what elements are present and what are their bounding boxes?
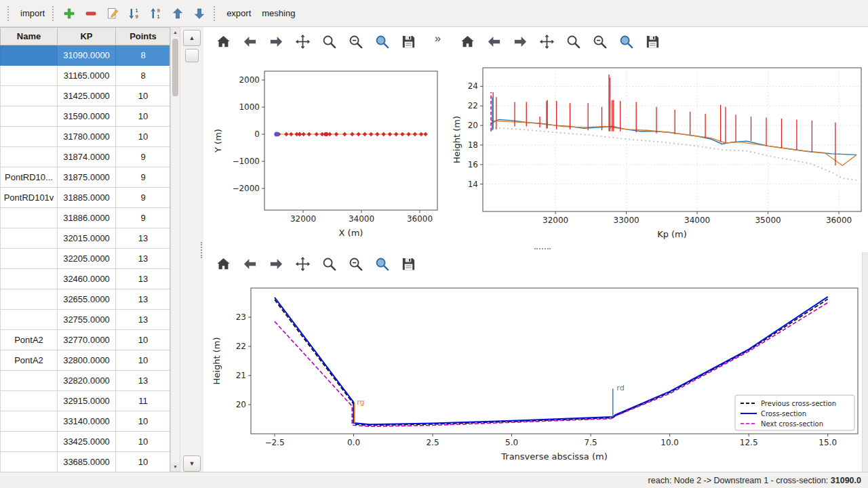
- table-scrollbar[interactable]: ▲ ▼: [170, 27, 180, 472]
- points-cell[interactable]: 10: [116, 411, 171, 432]
- table-row[interactable]: 31886.00009: [1, 208, 171, 228]
- points-cell[interactable]: 13: [116, 249, 171, 269]
- forward-button[interactable]: [264, 252, 288, 275]
- kp-cell[interactable]: 32820.0000: [58, 371, 116, 391]
- table-row[interactable]: 31590.000010: [1, 106, 171, 127]
- kp-cell[interactable]: 32770.0000: [58, 330, 116, 350]
- points-cell[interactable]: 10: [116, 350, 171, 371]
- kp-cell[interactable]: 32800.0000: [58, 350, 116, 371]
- zoom-button[interactable]: [317, 252, 340, 275]
- points-cell[interactable]: 8: [116, 66, 171, 86]
- zoom-button[interactable]: [561, 30, 585, 53]
- points-cell[interactable]: 10: [116, 127, 171, 147]
- table-row[interactable]: PontA232800.000010: [1, 350, 171, 371]
- column-header-points[interactable]: Points: [116, 28, 171, 45]
- name-cell[interactable]: PontA2: [1, 350, 58, 371]
- points-cell[interactable]: 13: [116, 228, 171, 249]
- zoom-full-button[interactable]: [370, 252, 393, 275]
- name-cell[interactable]: [1, 45, 58, 66]
- back-button[interactable]: [238, 30, 261, 53]
- scroll-down-arrow-icon[interactable]: ▼: [171, 462, 180, 471]
- table-row[interactable]: 33425.000010: [1, 432, 171, 452]
- points-cell[interactable]: 13: [116, 371, 171, 391]
- name-cell[interactable]: [1, 391, 58, 411]
- points-cell[interactable]: 11: [116, 391, 171, 411]
- move-down-button[interactable]: [190, 4, 209, 23]
- table-row[interactable]: 33685.000010: [1, 452, 171, 472]
- zoom-out-button[interactable]: [588, 30, 611, 53]
- table-row[interactable]: 31780.000010: [1, 127, 171, 147]
- table-row[interactable]: 32755.000013: [1, 310, 171, 330]
- kp-cell[interactable]: 31090.0000: [58, 45, 116, 66]
- points-cell[interactable]: 10: [116, 452, 171, 472]
- name-cell[interactable]: [1, 411, 58, 432]
- points-cell[interactable]: 10: [116, 106, 171, 127]
- kp-cell[interactable]: 33140.0000: [58, 411, 116, 432]
- table-row[interactable]: 32460.000013: [1, 269, 171, 289]
- points-cell[interactable]: 9: [116, 167, 171, 188]
- name-cell[interactable]: [1, 269, 58, 289]
- kp-cell[interactable]: 31780.0000: [58, 127, 116, 147]
- kp-cell[interactable]: 33685.0000: [58, 452, 116, 472]
- kp-cell[interactable]: 31885.0000: [58, 188, 116, 208]
- table-row[interactable]: 31090.00008: [1, 45, 171, 66]
- forward-button[interactable]: [264, 30, 288, 53]
- add-button[interactable]: [60, 4, 79, 23]
- menu-import[interactable]: import: [15, 5, 50, 22]
- kp-cell[interactable]: 32755.0000: [58, 310, 116, 330]
- name-cell[interactable]: [1, 66, 58, 86]
- table-row[interactable]: 33140.000010: [1, 411, 171, 432]
- horizontal-splitter-handle[interactable]: [534, 248, 551, 251]
- kp-cell[interactable]: 32015.0000: [58, 228, 116, 249]
- scroll-up-arrow-icon[interactable]: ▲: [171, 28, 180, 37]
- kp-cell[interactable]: 32460.0000: [58, 269, 116, 289]
- kp-cell[interactable]: 31165.0000: [58, 66, 116, 86]
- menu-export[interactable]: export: [221, 5, 256, 22]
- edit-button[interactable]: [103, 4, 122, 23]
- name-cell[interactable]: [1, 208, 58, 228]
- toolbar-overflow-button[interactable]: »: [435, 33, 441, 45]
- zoom-button[interactable]: [317, 30, 340, 53]
- table-row[interactable]: PontA232770.000010: [1, 330, 171, 350]
- table-row[interactable]: PontRD101v31885.00009: [1, 188, 171, 208]
- table-row[interactable]: 31425.000010: [1, 86, 171, 106]
- panel-slider-thumb[interactable]: [185, 49, 199, 62]
- name-cell[interactable]: [1, 452, 58, 472]
- kp-cell[interactable]: 32205.0000: [58, 249, 116, 269]
- name-cell[interactable]: PontRD101v: [1, 188, 58, 208]
- name-cell[interactable]: [1, 228, 58, 249]
- back-button[interactable]: [482, 30, 505, 53]
- kp-cell[interactable]: 31875.0000: [58, 167, 116, 188]
- home-button[interactable]: [456, 30, 479, 53]
- panel-scroll-down-button[interactable]: ▼: [183, 455, 201, 472]
- home-button[interactable]: [212, 30, 235, 53]
- remove-button[interactable]: [81, 4, 100, 23]
- zoom-full-button[interactable]: [370, 30, 393, 53]
- save-button[interactable]: [397, 30, 420, 53]
- table-row[interactable]: 32655.000013: [1, 289, 171, 310]
- points-cell[interactable]: 13: [116, 289, 171, 310]
- points-cell[interactable]: 10: [116, 86, 171, 106]
- name-cell[interactable]: [1, 249, 58, 269]
- points-cell[interactable]: 10: [116, 330, 171, 350]
- zoom-out-button[interactable]: [344, 252, 367, 275]
- longitudinal-profile-canvas[interactable]: 3200033000340003500036000141618202224Kp …: [448, 58, 868, 247]
- save-button[interactable]: [641, 30, 664, 53]
- kp-cell[interactable]: 31590.0000: [58, 106, 116, 127]
- zoom-full-button[interactable]: [614, 30, 637, 53]
- name-cell[interactable]: [1, 106, 58, 127]
- toolbar-grip[interactable]: [214, 6, 216, 21]
- name-cell[interactable]: [1, 371, 58, 391]
- bottom-panel-scrollbar-track[interactable]: [862, 252, 868, 472]
- points-cell[interactable]: 9: [116, 147, 171, 167]
- kp-cell[interactable]: 32915.0000: [58, 391, 116, 411]
- toolbar-grip[interactable]: [52, 6, 55, 21]
- points-cell[interactable]: 9: [116, 208, 171, 228]
- kp-cell[interactable]: 32655.0000: [58, 289, 116, 310]
- table-row[interactable]: 31874.00009: [1, 147, 171, 167]
- points-cell[interactable]: 10: [116, 432, 171, 452]
- kp-cell[interactable]: 31425.0000: [58, 86, 116, 106]
- kp-cell[interactable]: 33425.0000: [58, 432, 116, 452]
- points-cell[interactable]: 8: [116, 45, 171, 66]
- home-button[interactable]: [212, 252, 235, 275]
